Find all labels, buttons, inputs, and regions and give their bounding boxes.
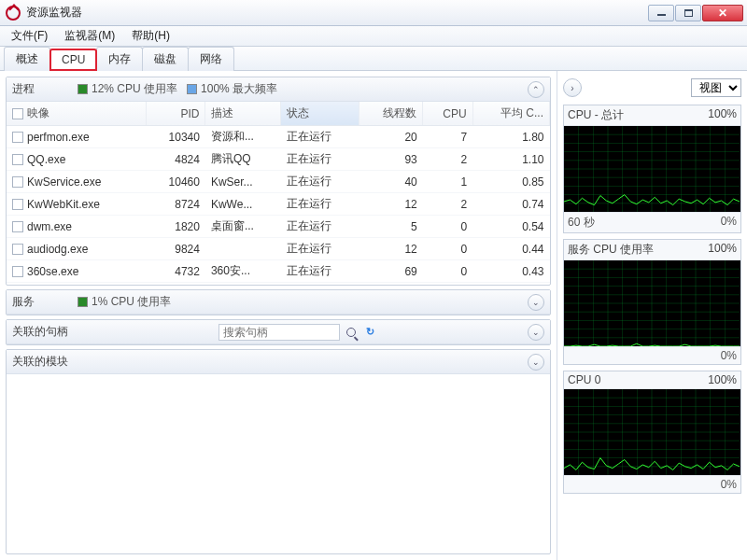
minimize-button[interactable]: [648, 5, 674, 21]
collapse-button[interactable]: ⌃: [528, 81, 544, 98]
app-icon: [6, 6, 21, 21]
col-pid[interactable]: PID: [147, 102, 205, 126]
expand-button[interactable]: ⌄: [528, 354, 544, 371]
square-icon: [187, 84, 197, 94]
cpu-chart: CPU 0100% 0%: [563, 371, 741, 494]
search-icon[interactable]: [344, 325, 359, 340]
expand-button[interactable]: ⌄: [528, 294, 544, 311]
square-icon: [78, 297, 88, 307]
menu-file[interactable]: 文件(F): [4, 26, 55, 46]
checkbox[interactable]: [12, 244, 23, 255]
processes-title: 进程: [12, 81, 68, 97]
tab-disk[interactable]: 磁盘: [142, 47, 189, 71]
table-row[interactable]: QQ.exe 4824腾讯QQ正在运行 9321.10: [7, 148, 550, 171]
modules-title: 关联的模块: [12, 354, 68, 370]
cpu-chart: 服务 CPU 使用率100% 0%: [563, 239, 741, 365]
tab-network[interactable]: 网络: [188, 47, 234, 71]
refresh-icon[interactable]: ↻: [362, 325, 377, 340]
col-image[interactable]: 映像: [7, 102, 147, 126]
search-input[interactable]: [218, 324, 340, 341]
tab-memory[interactable]: 内存: [96, 47, 143, 71]
chart-min: 0%: [721, 478, 737, 491]
col-status[interactable]: 状态: [281, 102, 359, 126]
window-title: 资源监视器: [26, 5, 647, 21]
table-row[interactable]: KwService.exe 10460KwSer...正在运行 4010.85: [7, 171, 550, 193]
cpu-usage-stat: 12% CPU 使用率: [78, 81, 177, 97]
modules-panel: 关联的模块 ⌄: [6, 349, 551, 554]
menubar: 文件(F) 监视器(M) 帮助(H): [0, 26, 747, 47]
tab-overview[interactable]: 概述: [4, 47, 50, 71]
table-row[interactable]: KwWebKit.exe 8724KwWe...正在运行 1220.74: [7, 193, 550, 216]
table-row[interactable]: 360se.exe 9768360安...正在运行 900.43: [7, 283, 550, 286]
col-avg[interactable]: 平均 C...: [472, 102, 549, 126]
chart-max: 100%: [708, 107, 737, 123]
titlebar: 资源监视器 ✕: [0, 0, 747, 26]
col-cpu[interactable]: CPU: [423, 102, 472, 126]
checkbox[interactable]: [12, 266, 23, 277]
table-row[interactable]: dwm.exe 1820桌面窗...正在运行 500.54: [7, 216, 550, 238]
expand-button[interactable]: ⌄: [528, 324, 544, 341]
services-title: 服务: [12, 294, 68, 310]
chart-max: 100%: [708, 373, 737, 386]
chart-min: 0%: [721, 215, 737, 231]
checkbox[interactable]: [12, 154, 23, 165]
table-row[interactable]: audiodg.exe 9824正在运行 1200.44: [7, 238, 550, 260]
processes-panel: 进程 12% CPU 使用率 100% 最大频率 ⌃ 映像 PID 描述 状态 …: [6, 77, 551, 286]
maximize-button[interactable]: [675, 5, 701, 21]
tab-cpu[interactable]: CPU: [49, 49, 97, 71]
services-panel: 服务 1% CPU 使用率 ⌄: [6, 289, 551, 315]
close-button[interactable]: ✕: [702, 5, 743, 21]
process-table: 映像 PID 描述 状态 线程数 CPU 平均 C... perfmon.exe…: [7, 102, 550, 285]
menu-help[interactable]: 帮助(H): [124, 26, 177, 46]
checkbox[interactable]: [12, 199, 23, 210]
chart-title: 服务 CPU 使用率: [568, 242, 654, 258]
handles-panel: 关联的句柄 ↻ ⌄: [6, 319, 551, 345]
checkbox[interactable]: [12, 108, 23, 119]
chart-xlabel: 60 秒: [568, 215, 595, 231]
checkbox[interactable]: [12, 221, 23, 232]
checkbox[interactable]: [12, 132, 23, 143]
view-select[interactable]: 视图: [691, 78, 741, 97]
checkbox[interactable]: [12, 176, 23, 188]
table-row[interactable]: 360se.exe 4732360安...正在运行 6900.43: [7, 260, 550, 283]
square-icon: [78, 84, 88, 94]
col-threads[interactable]: 线程数: [359, 102, 422, 126]
chart-min: 0%: [721, 349, 737, 362]
cpu-chart: CPU - 总计100% 60 秒0%: [563, 105, 741, 233]
chart-nav-button[interactable]: ›: [563, 78, 582, 97]
chart-title: CPU - 总计: [568, 107, 624, 123]
menu-monitor[interactable]: 监视器(M): [57, 26, 122, 46]
chart-title: CPU 0: [568, 373, 600, 386]
table-row[interactable]: perfmon.exe 10340资源和...正在运行 2071.80: [7, 126, 550, 148]
tabbar: 概述 CPU 内存 磁盘 网络: [0, 47, 747, 71]
chart-max: 100%: [708, 242, 737, 258]
services-cpu-stat: 1% CPU 使用率: [78, 294, 171, 310]
handles-title: 关联的句柄: [12, 324, 68, 340]
col-desc[interactable]: 描述: [205, 102, 281, 126]
max-freq-stat: 100% 最大频率: [187, 81, 277, 97]
